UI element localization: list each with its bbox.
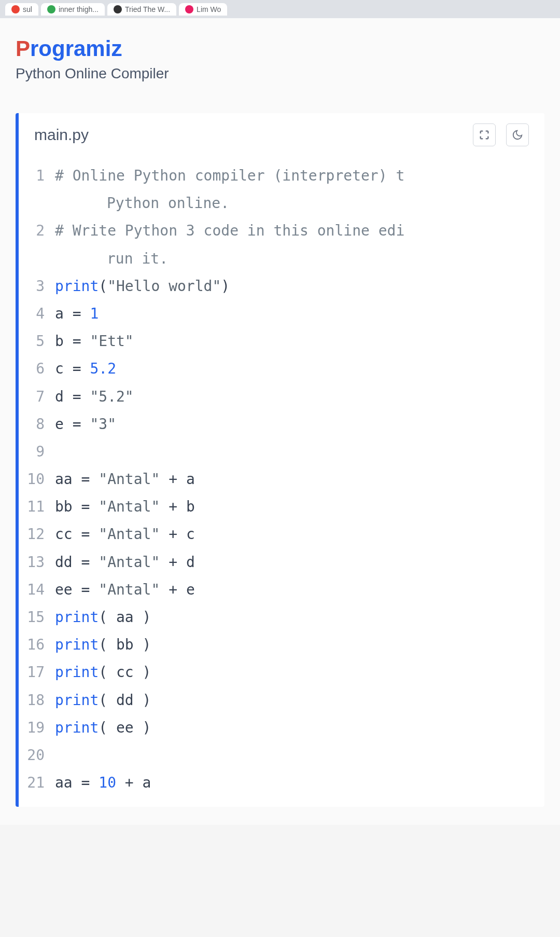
code-line[interactable]: 6c = 5.2 — [19, 355, 544, 382]
editor-controls — [473, 123, 529, 146]
line-number: 9 — [19, 438, 55, 465]
tab-favicon-icon — [114, 5, 122, 13]
site-logo[interactable]: Programiz — [16, 36, 544, 61]
line-number: 20 — [19, 741, 55, 769]
line-content[interactable]: c = 5.2 — [55, 355, 544, 382]
line-number: 16 — [19, 631, 55, 658]
line-content[interactable]: dd = "Antal" + d — [55, 548, 544, 576]
code-line[interactable]: 5b = "Ett" — [19, 327, 544, 355]
code-line[interactable]: 10aa = "Antal" + a — [19, 465, 544, 493]
code-line[interactable]: 8e = "3" — [19, 410, 544, 438]
tab-label: Tried The W... — [125, 5, 170, 13]
page-subtitle: Python Online Compiler — [16, 65, 544, 82]
code-line[interactable]: 3print("Hello world") — [19, 272, 544, 300]
line-content[interactable]: print( cc ) — [55, 658, 544, 686]
page-body: Programiz Python Online Compiler main.py… — [0, 18, 560, 825]
browser-tab[interactable]: Tried The W... — [107, 3, 176, 16]
code-line[interactable]: 7d = "5.2" — [19, 383, 544, 410]
tab-label: sul — [23, 5, 32, 13]
code-line[interactable]: 1# Online Python compiler (interpreter) … — [19, 162, 544, 189]
theme-toggle-button[interactable] — [506, 123, 529, 146]
code-line[interactable]: 11bb = "Antal" + b — [19, 493, 544, 520]
line-content[interactable]: print( bb ) — [55, 631, 544, 658]
line-number: 7 — [19, 383, 55, 410]
line-content[interactable]: bb = "Antal" + b — [55, 493, 544, 520]
tab-label: Lim Wo — [197, 5, 221, 13]
moon-icon — [512, 129, 523, 141]
line-content[interactable]: cc = "Antal" + c — [55, 520, 544, 548]
code-line-wrap[interactable]: Python online. — [19, 189, 544, 217]
line-content[interactable]: e = "3" — [55, 410, 544, 438]
browser-tab[interactable]: sul — [5, 3, 38, 16]
code-area[interactable]: 1# Online Python compiler (interpreter) … — [19, 157, 544, 807]
logo-letter: P — [16, 36, 30, 61]
editor-header: main.py — [19, 113, 544, 157]
line-number: 15 — [19, 603, 55, 631]
code-line[interactable]: 9 — [19, 438, 544, 465]
line-content[interactable]: print( ee ) — [55, 714, 544, 741]
line-number: 6 — [19, 355, 55, 382]
line-number: 4 — [19, 300, 55, 327]
tab-favicon-icon — [11, 5, 20, 13]
line-number: 18 — [19, 686, 55, 714]
expand-icon — [479, 129, 490, 141]
code-line-wrap[interactable]: run it. — [19, 245, 544, 272]
line-number: 8 — [19, 410, 55, 438]
line-number: 17 — [19, 658, 55, 686]
code-line[interactable]: 14ee = "Antal" + e — [19, 576, 544, 603]
line-content[interactable]: # Write Python 3 code in this online edi — [55, 217, 544, 244]
line-number: 12 — [19, 520, 55, 548]
fullscreen-button[interactable] — [473, 123, 496, 146]
line-content[interactable]: ee = "Antal" + e — [55, 576, 544, 603]
line-content[interactable]: aa = "Antal" + a — [55, 465, 544, 493]
line-content[interactable]: aa = 10 + a — [55, 769, 544, 796]
line-number: 14 — [19, 576, 55, 603]
code-line[interactable]: 17print( cc ) — [19, 658, 544, 686]
code-line[interactable]: 12cc = "Antal" + c — [19, 520, 544, 548]
code-line[interactable]: 4a = 1 — [19, 300, 544, 327]
logo-text: rogramiz — [30, 36, 122, 61]
line-number: 3 — [19, 272, 55, 300]
line-number: 13 — [19, 548, 55, 576]
tab-label: inner thigh... — [59, 5, 99, 13]
browser-tab[interactable]: Lim Wo — [179, 3, 227, 16]
code-line[interactable]: 15print( aa ) — [19, 603, 544, 631]
code-line[interactable]: 2# Write Python 3 code in this online ed… — [19, 217, 544, 244]
filename-label: main.py — [34, 126, 89, 144]
line-content[interactable]: d = "5.2" — [55, 383, 544, 410]
line-content[interactable]: print( aa ) — [55, 603, 544, 631]
line-number: 2 — [19, 217, 55, 244]
line-content[interactable]: b = "Ett" — [55, 327, 544, 355]
line-content[interactable]: a = 1 — [55, 300, 544, 327]
line-number: 1 — [19, 162, 55, 189]
line-content[interactable]: Python online. — [55, 189, 544, 217]
line-number: 10 — [19, 465, 55, 493]
line-content[interactable]: # Online Python compiler (interpreter) t — [55, 162, 544, 189]
line-content[interactable]: print("Hello world") — [55, 272, 544, 300]
line-number: 21 — [19, 769, 55, 796]
code-editor: main.py 1# Online Python compiler (inter… — [16, 113, 544, 807]
tab-favicon-icon — [185, 5, 193, 13]
line-content[interactable]: run it. — [55, 245, 544, 272]
code-line[interactable]: 21aa = 10 + a — [19, 769, 544, 796]
code-line[interactable]: 13dd = "Antal" + d — [19, 548, 544, 576]
line-number: 11 — [19, 493, 55, 520]
code-line[interactable]: 18print( dd ) — [19, 686, 544, 714]
browser-tab[interactable]: inner thigh... — [41, 3, 105, 16]
line-number: 5 — [19, 327, 55, 355]
code-line[interactable]: 20 — [19, 741, 544, 769]
tab-favicon-icon — [47, 5, 55, 13]
code-line[interactable]: 16print( bb ) — [19, 631, 544, 658]
line-number: 19 — [19, 714, 55, 741]
code-line[interactable]: 19print( ee ) — [19, 714, 544, 741]
line-content[interactable]: print( dd ) — [55, 686, 544, 714]
browser-tab-bar: sul inner thigh... Tried The W... Lim Wo — [0, 0, 560, 18]
